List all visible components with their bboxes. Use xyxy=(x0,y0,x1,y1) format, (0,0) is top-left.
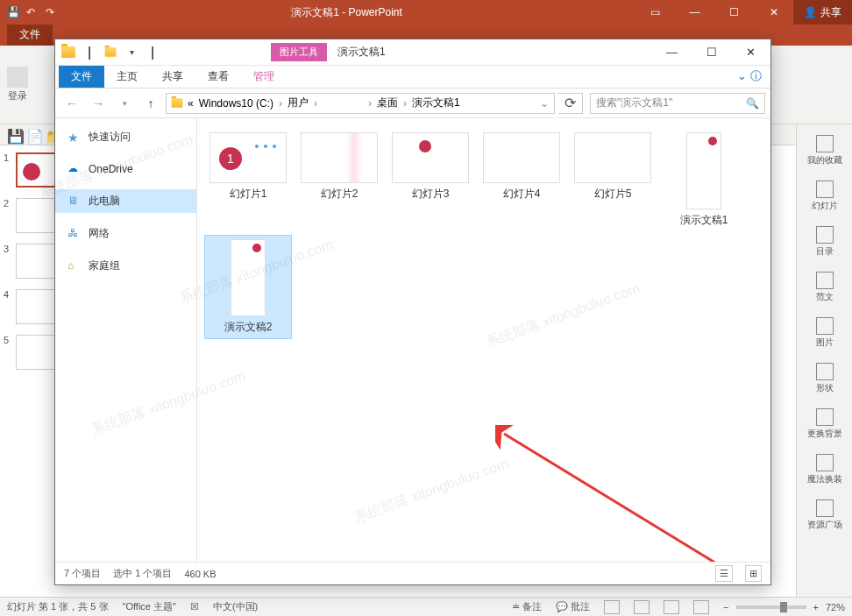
item-count: 7 个项目 xyxy=(64,567,101,580)
label: 幻灯片 xyxy=(812,200,838,212)
explorer-tab-file[interactable]: 文件 xyxy=(59,66,104,88)
zoom-out-button[interactable]: − xyxy=(723,602,728,612)
list-icon xyxy=(816,226,834,244)
language-indicator[interactable]: 中文(中国) xyxy=(213,600,258,613)
sorter-view-button[interactable] xyxy=(634,600,650,614)
share-button[interactable]: 👤 共享 xyxy=(793,0,852,25)
file-name: 幻灯片3 xyxy=(390,187,471,202)
redo-icon[interactable]: ↷ xyxy=(46,6,58,18)
zoom-in-button[interactable]: + xyxy=(813,602,819,612)
refresh-button[interactable]: ⟳ xyxy=(558,93,583,114)
view-icons-button[interactable]: ⊞ xyxy=(745,565,762,582)
normal-view-button[interactable] xyxy=(604,600,620,614)
path-seg-folder[interactable]: 演示文稿1 xyxy=(410,96,462,110)
spellcheck-icon[interactable]: ☒ xyxy=(190,601,199,612)
right-slides[interactable]: 幻灯片 xyxy=(812,181,838,212)
file-explorer-window: | ▾ | 图片工具 演示文稿1 — ☐ ✕ 文件 主页 共享 查看 管理 ⌄ … xyxy=(54,39,771,585)
chevron-right-icon[interactable]: › xyxy=(277,97,284,110)
context-tab-picture-tools: 图片工具 xyxy=(271,43,327,61)
nav-recent-dropdown[interactable]: ▾ xyxy=(113,92,136,115)
file-item[interactable]: 幻灯片4 xyxy=(478,129,565,231)
undo-icon[interactable]: ↶ xyxy=(26,6,39,18)
shape-icon xyxy=(816,363,834,380)
right-favorites[interactable]: 我的收藏 xyxy=(807,135,842,166)
explorer-minimize-button[interactable]: — xyxy=(652,39,692,66)
view-details-button[interactable]: ☰ xyxy=(715,565,733,582)
right-image[interactable]: 图片 xyxy=(816,317,834,349)
explorer-tab-manage[interactable]: 管理 xyxy=(241,66,287,88)
path-seg-drive[interactable]: Windows10 (C:) xyxy=(197,97,275,110)
explorer-tab-view[interactable]: 查看 xyxy=(195,66,241,88)
image-icon xyxy=(816,317,834,335)
search-placeholder: 搜索"演示文稿1" xyxy=(596,96,672,110)
label: 快速访问 xyxy=(89,130,131,145)
file-name: 幻灯片4 xyxy=(481,187,562,202)
file-item[interactable]: 演示文稿1 xyxy=(660,129,748,231)
qat-separator: | xyxy=(143,43,162,62)
comments-button[interactable]: 💬 批注 xyxy=(556,600,590,613)
chevron-right-icon[interactable]: › xyxy=(312,97,319,110)
pp-close-button[interactable]: ✕ xyxy=(754,0,793,25)
file-thumbnail xyxy=(392,132,469,183)
label: 图片 xyxy=(816,336,834,349)
qat-dropdown-icon[interactable]: ▾ xyxy=(122,43,141,62)
chevron-right-icon[interactable]: › xyxy=(401,97,408,110)
slideshow-view-button[interactable] xyxy=(693,600,709,614)
pp-ribbon-options-icon[interactable]: ▭ xyxy=(635,0,675,25)
powerpoint-titlebar: 💾 ↶ ↷ 演示文稿1 - PowerPoint ▭ — ☐ ✕ 👤 共享 xyxy=(0,0,852,25)
file-item[interactable]: 幻灯片3 xyxy=(387,129,474,231)
address-path[interactable]: « Windows10 (C:) › 用户 › › 桌面 › 演示文稿1 ⌄ xyxy=(166,93,555,114)
right-template[interactable]: 范文 xyxy=(816,272,834,303)
file-item[interactable]: 1 幻灯片1 xyxy=(204,129,292,231)
save-icon[interactable]: 💾 xyxy=(7,128,21,142)
zoom-percent[interactable]: 72% xyxy=(826,602,845,612)
folder-icon xyxy=(172,98,183,107)
pp-maximize-button[interactable]: ☐ xyxy=(714,0,754,25)
explorer-tab-home[interactable]: 主页 xyxy=(104,66,150,88)
file-item-selected[interactable]: 演示文稿2 xyxy=(204,235,292,339)
file-name: 幻灯片2 xyxy=(299,187,380,202)
chevron-right-icon[interactable]: › xyxy=(366,97,373,110)
sidebar-onedrive[interactable]: ☁ OneDrive xyxy=(55,158,196,181)
selection-count: 选中 1 个项目 xyxy=(113,567,172,580)
right-outline[interactable]: 目录 xyxy=(816,226,834,258)
sidebar-network[interactable]: 🖧 网络 xyxy=(55,222,196,245)
selection-size: 460 KB xyxy=(184,569,216,579)
sidebar-this-pc[interactable]: 🖥 此电脑 xyxy=(55,189,196,213)
notes-button[interactable]: ≐ 备注 xyxy=(512,600,542,613)
path-dropdown-icon[interactable]: ⌄ xyxy=(538,97,550,110)
file-item[interactable]: 幻灯片5 xyxy=(569,129,657,231)
explorer-tab-share[interactable]: 共享 xyxy=(150,66,195,88)
zoom-slider[interactable] xyxy=(736,605,806,609)
properties-icon[interactable] xyxy=(101,43,120,62)
reading-view-button[interactable] xyxy=(664,600,679,614)
powerpoint-statusbar: 幻灯片 第 1 张，共 5 张 "Office 主题" ☒ 中文(中国) ≐ 备… xyxy=(0,597,852,616)
file-item[interactable]: 幻灯片2 xyxy=(295,129,383,231)
right-plaza[interactable]: 资源广场 xyxy=(807,499,842,531)
new-file-icon[interactable]: 📄 xyxy=(26,128,40,142)
nav-back-button[interactable]: ← xyxy=(60,92,83,115)
qat-separator: | xyxy=(80,43,99,62)
search-input[interactable]: 搜索"演示文稿1" 🔍 xyxy=(590,93,765,114)
right-magic[interactable]: 魔法换装 xyxy=(807,454,842,485)
explorer-content[interactable]: 1 幻灯片1 幻灯片2 幻灯片3 幻灯片4 幻灯片5 xyxy=(197,118,770,562)
sidebar-homegroup[interactable]: ⌂ 家庭组 xyxy=(55,254,196,278)
pp-minimize-button[interactable]: — xyxy=(675,0,714,25)
nav-up-button[interactable]: ↑ xyxy=(139,92,162,115)
explorer-maximize-button[interactable]: ☐ xyxy=(692,39,731,66)
sidebar-quick-access[interactable]: ★ 快速访问 xyxy=(55,125,196,149)
label: 魔法换装 xyxy=(807,473,842,485)
explorer-titlebar[interactable]: | ▾ | 图片工具 演示文稿1 — ☐ ✕ xyxy=(55,39,770,66)
explorer-help-button[interactable]: ⌄ ⓘ xyxy=(728,65,770,88)
right-shape[interactable]: 形状 xyxy=(816,363,834,394)
path-seg-desktop[interactable]: 桌面 xyxy=(375,96,400,110)
save-icon[interactable]: 💾 xyxy=(7,6,19,18)
svg-line-0 xyxy=(504,434,770,562)
explorer-close-button[interactable]: ✕ xyxy=(731,39,770,66)
label: 目录 xyxy=(816,245,834,258)
login-group[interactable]: 登录 xyxy=(7,49,28,120)
right-background[interactable]: 更换背景 xyxy=(807,408,842,440)
pp-tab-file[interactable]: 文件 xyxy=(7,25,53,46)
path-seg-user[interactable]: 用户 xyxy=(286,96,310,110)
label: 此电脑 xyxy=(89,194,120,209)
